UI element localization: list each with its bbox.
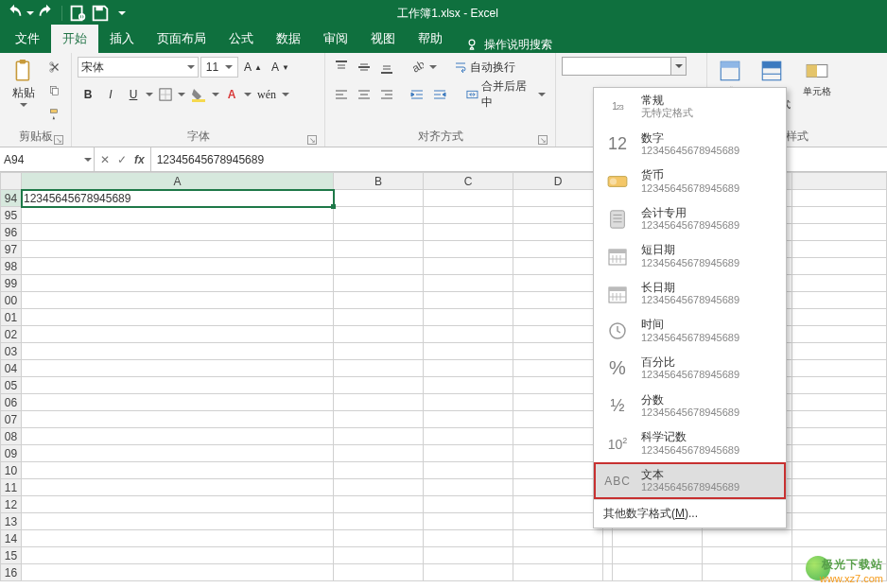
cell[interactable] bbox=[22, 292, 334, 309]
cell[interactable] bbox=[513, 275, 603, 292]
underline-button[interactable]: U bbox=[123, 84, 144, 105]
tab-data[interactable]: 数据 bbox=[265, 25, 312, 53]
cell[interactable] bbox=[334, 275, 424, 292]
phonetic-button[interactable]: wén bbox=[253, 84, 280, 105]
select-all-corner[interactable] bbox=[1, 173, 22, 190]
cell[interactable] bbox=[424, 428, 513, 445]
row-header[interactable]: 02 bbox=[1, 326, 22, 343]
cell[interactable] bbox=[792, 479, 887, 496]
increase-indent-button[interactable] bbox=[429, 84, 450, 105]
format-painter-button[interactable] bbox=[44, 104, 65, 125]
align-right-button[interactable] bbox=[376, 84, 397, 105]
cell[interactable] bbox=[513, 224, 603, 241]
number-format-option-time[interactable]: 时间12345645678945689 bbox=[594, 312, 786, 350]
wrap-text-button[interactable]: 自动换行 bbox=[450, 57, 519, 78]
cell[interactable] bbox=[22, 394, 334, 411]
cell[interactable] bbox=[792, 292, 887, 309]
cell[interactable] bbox=[792, 326, 887, 343]
cell[interactable] bbox=[792, 241, 887, 258]
cell[interactable] bbox=[22, 360, 334, 377]
print-preview-button[interactable] bbox=[67, 3, 88, 24]
cell[interactable] bbox=[513, 377, 603, 394]
cell[interactable] bbox=[22, 343, 334, 360]
copy-button[interactable] bbox=[44, 80, 65, 101]
cell[interactable] bbox=[424, 394, 513, 411]
cell[interactable] bbox=[334, 530, 424, 547]
cell[interactable] bbox=[424, 309, 513, 326]
cell[interactable] bbox=[22, 547, 334, 564]
tab-formulas[interactable]: 公式 bbox=[217, 25, 265, 53]
cell[interactable] bbox=[22, 564, 334, 581]
row-header[interactable]: 05 bbox=[1, 377, 22, 394]
cell[interactable] bbox=[334, 292, 424, 309]
row-header[interactable]: 06 bbox=[1, 394, 22, 411]
cell[interactable] bbox=[424, 343, 513, 360]
clipboard-dialog-launcher[interactable]: ↘ bbox=[54, 135, 63, 145]
cell[interactable] bbox=[424, 292, 513, 309]
number-format-dropdown-button[interactable] bbox=[670, 58, 686, 75]
tab-home[interactable]: 开始 bbox=[51, 25, 98, 53]
row-header[interactable]: 15 bbox=[1, 547, 22, 564]
cell[interactable] bbox=[513, 360, 603, 377]
cancel-button[interactable]: ✕ bbox=[100, 153, 110, 166]
column-header-c[interactable]: C bbox=[424, 173, 513, 190]
align-bottom-button[interactable] bbox=[376, 57, 397, 78]
row-header[interactable]: 03 bbox=[1, 343, 22, 360]
row-header[interactable]: 01 bbox=[1, 309, 22, 326]
cell[interactable] bbox=[334, 241, 424, 258]
font-dialog-launcher[interactable]: ↘ bbox=[307, 135, 317, 145]
row-header[interactable]: 08 bbox=[1, 428, 22, 445]
cell[interactable] bbox=[424, 530, 513, 547]
tab-help[interactable]: 帮助 bbox=[407, 25, 454, 53]
row-header[interactable]: 95 bbox=[1, 207, 22, 224]
row-header[interactable]: 16 bbox=[1, 564, 22, 581]
cell[interactable] bbox=[792, 258, 887, 275]
cell[interactable] bbox=[703, 530, 792, 547]
save-button[interactable] bbox=[90, 3, 111, 24]
cell[interactable] bbox=[334, 360, 424, 377]
cell[interactable] bbox=[22, 411, 334, 428]
cell[interactable] bbox=[334, 309, 424, 326]
name-box-dropdown-icon[interactable] bbox=[84, 158, 92, 162]
number-format-option-shortdate[interactable]: 短日期12345645678945689 bbox=[594, 237, 786, 275]
number-format-option-scientific[interactable]: 102科学记数12345645678945689 bbox=[594, 424, 786, 462]
cell[interactable] bbox=[22, 377, 334, 394]
tab-insert[interactable]: 插入 bbox=[98, 25, 146, 53]
increase-font-size-button[interactable]: A▲ bbox=[240, 57, 266, 78]
cell[interactable] bbox=[513, 496, 603, 513]
cell[interactable] bbox=[334, 479, 424, 496]
tab-layout[interactable]: 页面布局 bbox=[146, 25, 217, 53]
cell[interactable] bbox=[424, 411, 513, 428]
cell[interactable] bbox=[513, 530, 603, 547]
merge-center-button[interactable]: 合并后居中 bbox=[462, 84, 549, 105]
row-header[interactable]: 98 bbox=[1, 258, 22, 275]
cell[interactable] bbox=[334, 377, 424, 394]
cell[interactable] bbox=[513, 428, 603, 445]
qat-customize-icon[interactable] bbox=[118, 11, 126, 15]
cell[interactable] bbox=[513, 190, 603, 207]
cell[interactable] bbox=[424, 224, 513, 241]
cell[interactable] bbox=[613, 564, 703, 581]
cell[interactable] bbox=[424, 547, 513, 564]
number-format-combo[interactable] bbox=[562, 57, 687, 76]
row-header[interactable]: 14 bbox=[1, 530, 22, 547]
cell[interactable] bbox=[513, 445, 603, 462]
cell[interactable] bbox=[334, 326, 424, 343]
cell[interactable] bbox=[22, 241, 334, 258]
paste-button[interactable]: 粘贴 bbox=[6, 57, 41, 109]
cell[interactable] bbox=[22, 275, 334, 292]
cell[interactable] bbox=[424, 360, 513, 377]
cell[interactable] bbox=[513, 343, 603, 360]
cell[interactable] bbox=[22, 479, 334, 496]
cell[interactable] bbox=[334, 343, 424, 360]
row-header[interactable]: 97 bbox=[1, 241, 22, 258]
redo-button[interactable] bbox=[36, 3, 57, 24]
column-header-d[interactable]: D bbox=[513, 173, 603, 190]
align-left-button[interactable] bbox=[331, 84, 352, 105]
number-format-option-number[interactable]: 12数字12345645678945689 bbox=[594, 126, 786, 164]
cell[interactable] bbox=[513, 547, 603, 564]
row-header[interactable]: 99 bbox=[1, 275, 22, 292]
cell[interactable] bbox=[513, 241, 603, 258]
more-number-formats[interactable]: 其他数字格式(M)... bbox=[594, 499, 786, 527]
column-header-a[interactable]: A bbox=[22, 173, 334, 190]
